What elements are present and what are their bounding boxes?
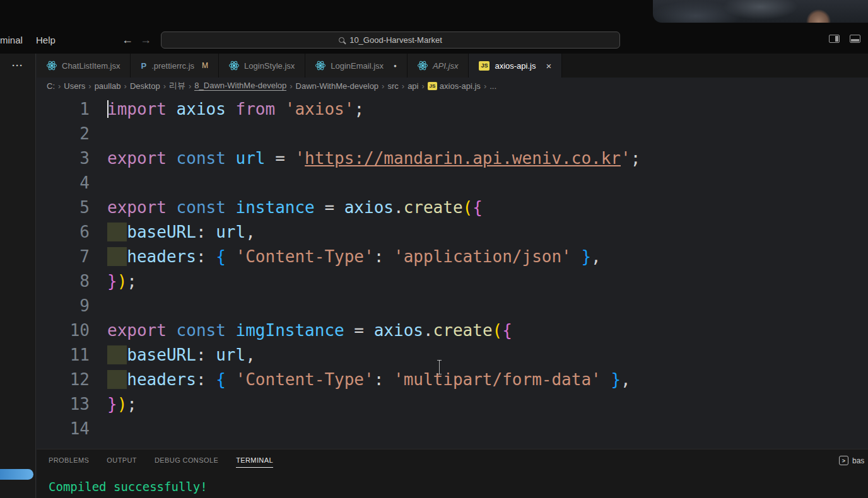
panel-tab-output[interactable]: OUTPUT xyxy=(107,456,137,468)
shell-label: bas xyxy=(852,456,864,465)
tab-label: LoginStyle.jsx xyxy=(244,61,295,71)
breadcrumb-item[interactable]: src xyxy=(387,81,398,91)
panel-tab-problems[interactable]: PROBLEMS xyxy=(49,456,89,468)
code-line[interactable]: 14 xyxy=(37,417,868,441)
breadcrumb-item[interactable]: 8_Dawn-WithMe-develop xyxy=(194,81,286,91)
breadcrumb-label: axios-api.js xyxy=(440,81,481,91)
breadcrumb-item[interactable]: C: xyxy=(47,81,55,91)
breadcrumb-label: api xyxy=(408,81,418,91)
code-line[interactable]: 3export const url = 'https://mandarin.ap… xyxy=(37,146,868,171)
tab-label: axios-api.js xyxy=(495,61,536,71)
code-line[interactable]: 6 baseURL: url, xyxy=(37,220,868,245)
breadcrumb-item[interactable]: Dawn-WithMe-develop xyxy=(296,81,379,91)
code-line[interactable]: 5export const instance = axios.create({ xyxy=(37,195,868,220)
code-text: import axios from 'axios'; xyxy=(90,97,364,122)
forward-arrow-icon[interactable]: → xyxy=(140,33,151,47)
react-file-icon xyxy=(229,61,239,71)
toggle-panel-icon[interactable] xyxy=(829,35,840,43)
video-progress-bar xyxy=(0,469,33,480)
panel-tab-bar: PROBLEMSOUTPUTDEBUG CONSOLETERMINAL xyxy=(37,449,868,468)
breadcrumb-item[interactable]: 리뷰 xyxy=(169,80,185,91)
code-text xyxy=(90,122,107,146)
git-modified-badge: M xyxy=(202,61,208,70)
breadcrumb-label: ... xyxy=(490,81,496,91)
editor-tab[interactable]: P.prettierrc.jsM xyxy=(131,54,219,78)
code-line[interactable]: 11 baseURL: url, xyxy=(37,343,868,368)
breadcrumb-item[interactable]: Users xyxy=(64,81,85,91)
breadcrumb-label: Desktop xyxy=(130,81,160,91)
code-line[interactable]: 8}); xyxy=(37,269,868,294)
search-text: 10_Good-Harvest-Market xyxy=(349,35,442,45)
code-line[interactable]: 9 xyxy=(37,294,868,318)
code-line[interactable]: 10export const imgInstance = axios.creat… xyxy=(37,318,868,343)
js-icon: JS xyxy=(428,82,437,90)
code-line[interactable]: 13}); xyxy=(37,392,868,417)
webcam-overlay xyxy=(653,0,868,23)
chevron-right-icon: › xyxy=(124,81,127,91)
editor-tab[interactable]: JSaxios-api.js× xyxy=(469,54,562,78)
react-file-icon xyxy=(315,61,326,71)
menu-item-help[interactable]: Help xyxy=(36,35,56,45)
line-number: 9 xyxy=(37,294,90,318)
tab-label: .prettierrc.js xyxy=(151,61,194,71)
breadcrumb: C:›Users›paullab›Desktop›리뷰›8_Dawn-WithM… xyxy=(37,78,868,94)
panel-tab-debug-console[interactable]: DEBUG CONSOLE xyxy=(155,456,218,468)
line-number: 1 xyxy=(37,97,90,122)
tab-label: API.jsx xyxy=(433,61,458,71)
code-line[interactable]: 7 headers: { 'Content-Type': 'applicatio… xyxy=(37,245,868,269)
chevron-right-icon: › xyxy=(422,81,425,91)
editor-tab[interactable]: API.jsx xyxy=(408,54,469,78)
shell-indicator[interactable]: > bas xyxy=(839,456,868,465)
react-file-icon xyxy=(47,61,57,71)
breadcrumb-item[interactable]: api xyxy=(408,81,418,91)
panel-tab-terminal[interactable]: TERMINAL xyxy=(236,456,273,468)
code-text: headers: { 'Content-Type': 'multipart/fo… xyxy=(90,368,631,392)
breadcrumb-label: 8_Dawn-WithMe-develop xyxy=(194,81,286,91)
line-number: 7 xyxy=(37,245,90,269)
code-text xyxy=(90,294,107,318)
code-line[interactable]: 2 xyxy=(37,122,868,146)
breadcrumb-item[interactable]: paullab xyxy=(95,81,121,91)
breadcrumb-item[interactable]: ... xyxy=(490,81,496,91)
more-actions-icon[interactable]: ··· xyxy=(0,60,35,71)
line-number: 13 xyxy=(37,392,90,417)
vscode-window: minal Help ← → 10_Good-Harvest-Market ··… xyxy=(0,0,868,498)
chevron-right-icon: › xyxy=(88,81,91,91)
close-icon[interactable]: × xyxy=(546,61,551,71)
line-number: 11 xyxy=(37,343,90,368)
line-number: 14 xyxy=(37,417,90,441)
side-strip: ··· xyxy=(0,54,36,498)
code-text: headers: { 'Content-Type': 'application/… xyxy=(90,245,601,269)
menu-bar: minal Help ← → 10_Good-Harvest-Market xyxy=(0,28,868,54)
breadcrumb-label: 리뷰 xyxy=(169,80,185,91)
code-line[interactable]: 1import axios from 'axios'; xyxy=(37,97,868,122)
code-text: }); xyxy=(90,392,137,417)
breadcrumb-item[interactable]: Desktop xyxy=(130,81,160,91)
editor-tab[interactable]: LoginEmail.jsx● xyxy=(305,54,408,78)
layout-controls xyxy=(829,35,860,43)
editor-tab[interactable]: LoginStyle.jsx xyxy=(219,54,305,78)
code-line[interactable]: 4 xyxy=(37,171,868,195)
code-text: }); xyxy=(90,269,137,294)
breadcrumb-label: C: xyxy=(47,81,55,91)
line-number: 8 xyxy=(37,269,90,294)
command-center-search[interactable]: 10_Good-Harvest-Market xyxy=(161,32,620,49)
editor-code[interactable]: 1import axios from 'axios';23export cons… xyxy=(37,94,868,449)
code-text: export const url = 'https://mandarin.api… xyxy=(90,146,640,171)
text-caret xyxy=(107,100,108,118)
tab-label: ChatListItem.jsx xyxy=(62,61,120,71)
editor-tab[interactable]: ChatListItem.jsx xyxy=(37,54,131,78)
line-number: 5 xyxy=(37,195,90,220)
breadcrumb-item[interactable]: JSaxios-api.js xyxy=(428,81,481,91)
line-number: 2 xyxy=(37,122,90,146)
chevron-right-icon: › xyxy=(163,81,166,91)
modified-dot-icon: ● xyxy=(394,63,397,69)
customize-layout-icon[interactable] xyxy=(850,35,860,43)
bottom-panel: PROBLEMSOUTPUTDEBUG CONSOLETERMINAL Comp… xyxy=(37,449,868,498)
back-arrow-icon[interactable]: ← xyxy=(122,33,133,47)
code-line[interactable]: 12 headers: { 'Content-Type': 'multipart… xyxy=(37,368,868,392)
code-text xyxy=(90,417,107,441)
chevron-right-icon: › xyxy=(402,81,404,91)
menu-item-terminal[interactable]: minal xyxy=(0,35,23,45)
code-text xyxy=(90,171,107,195)
